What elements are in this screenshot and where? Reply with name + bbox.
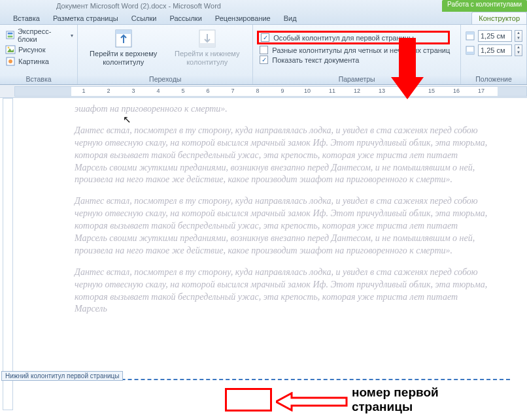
ruler-tick: 16 <box>444 88 469 94</box>
different-first-page-checkbox[interactable]: ✓ Особый колонтитул для первой страницы <box>257 31 450 44</box>
ruler-tick: 14 <box>394 88 419 94</box>
group-label-nav: Переходы <box>78 75 252 83</box>
spinner[interactable]: ▲▼ <box>515 30 522 42</box>
checkbox-unchecked-icon <box>260 46 268 54</box>
footer-editing-area[interactable]: Нижний колонтитул первой страницы <box>17 379 510 383</box>
ribbon: Экспресс-блоки ▾ Рисунок Картинка Вставк… <box>0 25 527 85</box>
annotation-label: номер первой страницы <box>352 385 439 414</box>
ruler-tick: 6 <box>196 88 220 94</box>
goto-header-icon <box>113 29 134 48</box>
ruler-tick: 7 <box>220 88 245 94</box>
tab-references[interactable]: Ссылки <box>125 12 163 24</box>
title-bar: Документ Microsoft Word (2).docx - Micro… <box>0 0 527 12</box>
document-area[interactable]: ↖ эшафот на приговоренного к смерти». Да… <box>0 98 527 410</box>
svg-point-7 <box>8 59 12 63</box>
tab-insert[interactable]: Вставка <box>7 12 46 24</box>
ruler-tick: 11 <box>320 88 345 94</box>
svg-rect-15 <box>466 52 474 54</box>
ruler-tick: 3 <box>121 88 146 94</box>
header-margin-icon <box>465 31 475 41</box>
ruler-tick: 2 <box>96 88 121 94</box>
svg-rect-9 <box>116 30 131 34</box>
checkbox-checked-icon: ✓ <box>261 33 269 42</box>
goto-header-button[interactable]: Перейти к верхнему колонтитулу <box>88 29 160 66</box>
ruler-tick: 4 <box>146 88 171 94</box>
annotation-empty-box <box>225 388 272 412</box>
header-from-top-input[interactable] <box>478 30 512 42</box>
horizontal-ruler[interactable]: 1234567891011121314151617 <box>14 86 527 97</box>
svg-rect-2 <box>8 36 13 38</box>
footer-from-bottom-field[interactable]: ▲▼ <box>465 44 522 56</box>
ruler-tick: 8 <box>245 88 270 94</box>
different-odd-even-checkbox[interactable]: Разные колонтитулы для четных и нечетных… <box>260 46 450 54</box>
document-body-text: эшафот на приговоренного к смерти». Дант… <box>75 103 490 315</box>
tab-mailings[interactable]: Рассылки <box>163 12 208 24</box>
ruler-tick: 9 <box>270 88 295 94</box>
ruler-tick: 12 <box>345 88 369 94</box>
svg-rect-0 <box>7 31 14 39</box>
express-blocks-button[interactable]: Экспресс-блоки ▾ <box>5 27 73 43</box>
ruler-tick: 1 <box>71 88 96 94</box>
tab-design[interactable]: Конструктор <box>471 12 527 24</box>
checkbox-checked-icon: ✓ <box>260 56 268 64</box>
header-from-top-field[interactable]: ▲▼ <box>465 30 522 42</box>
svg-point-5 <box>8 47 10 49</box>
goto-footer-button: Перейти к нижнему колонтитулу <box>171 29 243 66</box>
chevron-down-icon: ▾ <box>71 33 73 39</box>
footer-first-page-tag: Нижний колонтитул первой страницы <box>1 371 123 381</box>
vertical-ruler[interactable] <box>3 98 13 410</box>
show-document-text-checkbox[interactable]: ✓ Показать текст документа <box>260 56 450 64</box>
horizontal-ruler-area: 1234567891011121314151617 <box>0 85 527 98</box>
picture-button[interactable]: Рисунок <box>5 44 46 55</box>
spinner[interactable]: ▲▼ <box>515 44 522 56</box>
picture-icon <box>5 44 16 55</box>
ruler-tick: 15 <box>419 88 444 94</box>
document-title: Документ Microsoft Word (2).docx - Micro… <box>56 2 221 10</box>
clipart-button[interactable]: Картинка <box>5 56 49 67</box>
group-parameters: ✓ Особый колонтитул для первой страницы … <box>253 25 461 84</box>
footer-margin-icon <box>465 45 475 56</box>
ruler-tick: 10 <box>295 88 320 94</box>
group-navigation: Перейти к верхнему колонтитулу Перейти к… <box>78 25 253 84</box>
svg-rect-13 <box>466 32 474 35</box>
tab-review[interactable]: Рецензирование <box>209 12 277 24</box>
ribbon-tabs: Вставка Разметка страницы Ссылки Рассылк… <box>0 12 527 25</box>
goto-footer-icon <box>197 29 218 48</box>
tab-view[interactable]: Вид <box>277 12 303 24</box>
ruler-tick: 17 <box>469 88 494 94</box>
footer-from-bottom-input[interactable] <box>478 44 512 56</box>
clipart-icon <box>5 56 16 67</box>
svg-rect-1 <box>8 33 13 35</box>
building-blocks-icon <box>5 30 15 40</box>
ruler-tick: 5 <box>171 88 196 94</box>
group-insert: Экспресс-блоки ▾ Рисунок Картинка Вставк… <box>0 25 78 84</box>
group-label-position: Положение <box>461 75 526 83</box>
svg-rect-11 <box>199 43 215 47</box>
ruler-tick: 13 <box>369 88 394 94</box>
tab-layout[interactable]: Разметка страницы <box>46 12 125 24</box>
group-label-params: Параметры <box>253 75 460 83</box>
group-position: ▲▼ ▲▼ Положение <box>461 25 527 84</box>
cursor-icon: ↖ <box>123 114 131 125</box>
group-label-insert: Вставка <box>0 75 77 83</box>
contextual-tab-label: Работа с колонтитулами <box>442 0 527 12</box>
